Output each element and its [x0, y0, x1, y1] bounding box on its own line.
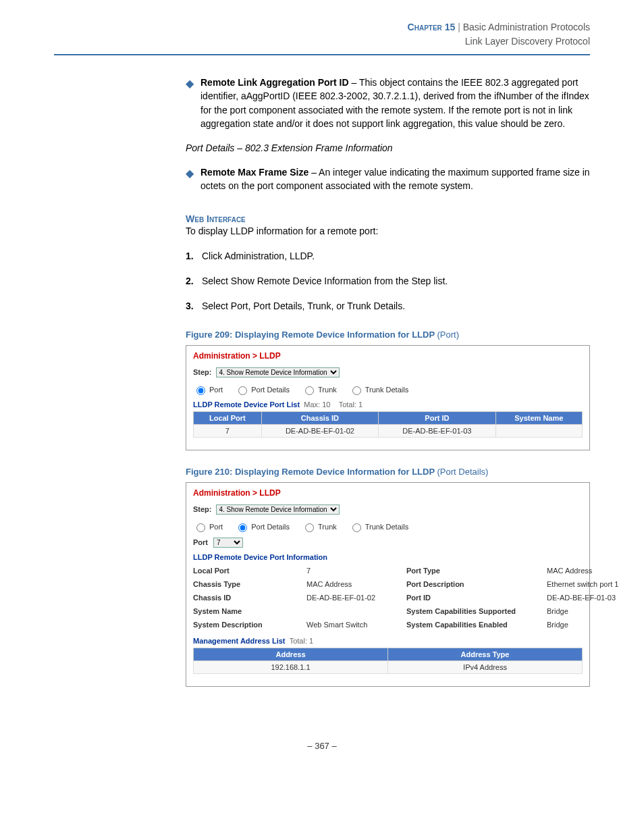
web-interface-heading: Web Interface: [186, 213, 590, 224]
info-title: LLDP Remote Device Port Information: [193, 553, 583, 561]
breadcrumb: Administration > LLDP: [193, 488, 583, 498]
view-radio-group: Port Port Details Trunk Trunk Details: [193, 521, 583, 532]
col-address-type: Address Type: [388, 648, 583, 660]
bullet-item: ◆ Remote Link Aggregation Port ID – This…: [186, 76, 590, 130]
step-item: 3.Select Port, Port Details, Trunk, or T…: [186, 299, 590, 313]
intro-text: To display LLDP information for a remote…: [186, 224, 590, 238]
diamond-icon: ◆: [186, 165, 194, 181]
radio-trunk[interactable]: Trunk: [302, 384, 337, 395]
view-radio-group: Port Port Details Trunk Trunk Details: [193, 384, 583, 395]
port-info-grid: Local Port7 Port TypeMAC Address Chassis…: [193, 567, 583, 629]
col-chassis-id: Chassis ID: [261, 411, 378, 424]
mgmt-address-table: Address Address Type 192.168.1.1 IPv4 Ad…: [193, 648, 583, 674]
col-system-name: System Name: [495, 411, 582, 424]
col-port-id: Port ID: [379, 411, 495, 424]
table-row: 7 DE-AD-BE-EF-01-02 DE-AD-BE-EF-01-03: [194, 424, 583, 437]
step-select[interactable]: 4. Show Remote Device Information: [216, 367, 340, 377]
figure-caption: Figure 209: Displaying Remote Device Inf…: [186, 330, 590, 340]
port-select[interactable]: 7: [213, 538, 243, 548]
separator: |: [458, 22, 460, 32]
chapter-label: Chapter 15: [408, 22, 456, 32]
table-row: 192.168.1.1 IPv4 Address: [194, 660, 583, 673]
page-number: – 367 –: [54, 741, 590, 751]
radio-port[interactable]: Port: [193, 384, 223, 395]
radio-port-details[interactable]: Port Details: [235, 521, 290, 532]
bullet-text: Remote Link Aggregation Port ID – This o…: [200, 76, 590, 130]
radio-trunk-details[interactable]: Trunk Details: [349, 384, 408, 395]
step-label: Step:: [193, 368, 212, 376]
radio-port[interactable]: Port: [193, 521, 223, 532]
port-label: Port: [193, 538, 208, 546]
step-item: 1.Click Administration, LLDP.: [186, 249, 590, 263]
col-address: Address: [194, 648, 388, 660]
chapter-title: Basic Administration Protocols: [463, 22, 590, 32]
step-select[interactable]: 4. Show Remote Device Information: [216, 504, 340, 515]
diamond-icon: ◆: [186, 76, 194, 91]
radio-trunk[interactable]: Trunk: [302, 521, 337, 532]
figure-210-box: Administration > LLDP Step: 4. Show Remo…: [186, 482, 590, 687]
bullet-item: ◆ Remote Max Frame Size – An integer val…: [186, 165, 590, 193]
breadcrumb: Administration > LLDP: [193, 351, 583, 361]
port-list-table: Local Port Chassis ID Port ID System Nam…: [193, 411, 583, 438]
section-subtitle: Port Details – 802.3 Extension Frame Inf…: [186, 142, 590, 153]
step-label: Step:: [193, 505, 212, 513]
figure-caption: Figure 210: Displaying Remote Device Inf…: [186, 467, 590, 477]
mgmt-title: Management Address List Total: 1: [193, 637, 583, 645]
col-local-port: Local Port: [194, 411, 262, 424]
chapter-subtitle: Link Layer Discovery Protocol: [54, 34, 590, 49]
figure-209-box: Administration > LLDP Step: 4. Show Remo…: [186, 345, 590, 450]
radio-trunk-details[interactable]: Trunk Details: [349, 521, 408, 532]
radio-port-details[interactable]: Port Details: [235, 384, 290, 395]
page-header: Chapter 15 | Basic Administration Protoc…: [54, 20, 590, 55]
bullet-text: Remote Max Frame Size – An integer value…: [200, 165, 590, 193]
step-item: 2.Select Show Remote Device Information …: [186, 274, 590, 288]
list-title: LLDP Remote Device Port List Max: 10 Tot…: [193, 400, 583, 409]
